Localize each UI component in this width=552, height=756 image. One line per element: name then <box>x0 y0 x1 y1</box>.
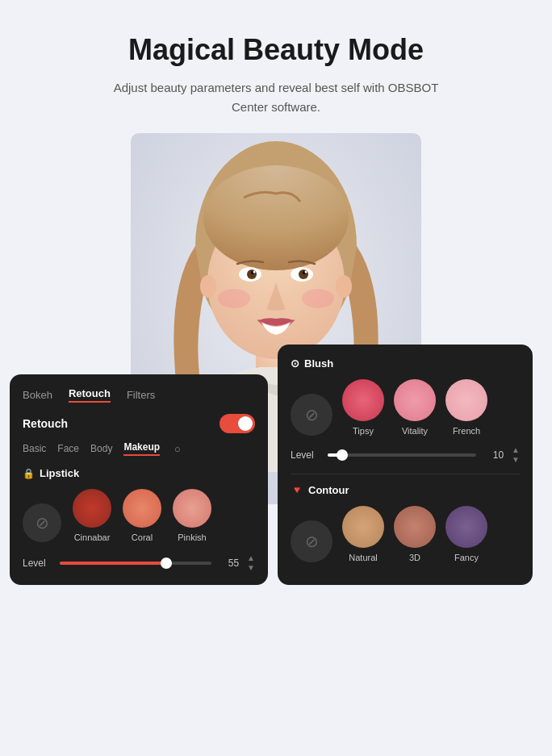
retouch-toggle[interactable] <box>220 414 255 433</box>
contour-none-circle: ⊘ <box>291 520 332 562</box>
svg-point-7 <box>247 269 257 279</box>
natural-label: Natural <box>349 553 377 562</box>
level-row: Level 55 ▲ ▼ <box>23 553 255 572</box>
tab-bokeh[interactable]: Bokeh <box>23 389 52 401</box>
blush-french[interactable]: French <box>445 379 487 436</box>
subtab-makeup[interactable]: Makeup <box>123 441 160 456</box>
right-panel: ⊙ Blush ⊘ Tipsy Vitality French Level <box>278 345 533 585</box>
svg-point-4 <box>203 165 349 270</box>
coral-circle <box>123 489 161 528</box>
blush-level-value: 10 <box>484 449 504 461</box>
level-label: Level <box>23 558 52 569</box>
subtab-basic[interactable]: Basic <box>23 443 46 454</box>
tabs-row: Bokeh Retouch Filters <box>23 387 255 403</box>
svg-point-11 <box>253 271 256 274</box>
retouch-label: Retouch <box>23 417 68 430</box>
svg-point-14 <box>302 289 334 308</box>
swatch-pinkish[interactable]: Pinkish <box>173 489 211 542</box>
cinnabar-label: Cinnabar <box>74 533 111 542</box>
pinkish-circle <box>173 489 211 528</box>
blush-none[interactable]: ⊘ <box>291 394 332 436</box>
slider-fill <box>60 562 166 565</box>
blush-tipsy[interactable]: Tipsy <box>342 379 384 436</box>
blush-level-row: Level 10 ▲ ▼ <box>291 445 520 464</box>
retouch-header: Retouch <box>23 414 255 433</box>
blush-section: ⊙ Blush <box>291 357 520 370</box>
stepper-down[interactable]: ▼ <box>247 563 255 572</box>
lipstick-swatches: ⊘ Cinnabar Coral Pinkish <box>23 489 255 542</box>
page-title: Magical Beauty Mode <box>48 32 504 67</box>
swatch-cinnabar[interactable]: Cinnabar <box>73 489 111 542</box>
blush-swatches: ⊘ Tipsy Vitality French <box>291 379 520 436</box>
subtab-body[interactable]: Body <box>90 443 112 454</box>
pinkish-label: Pinkish <box>178 533 206 542</box>
svg-point-15 <box>200 275 216 298</box>
blush-none-circle: ⊘ <box>291 394 332 436</box>
toggle-knob <box>238 416 253 431</box>
3d-label: 3D <box>409 553 420 562</box>
stepper-up[interactable]: ▲ <box>247 553 255 562</box>
makeup-icon: ○ <box>174 443 181 455</box>
vitality-circle <box>394 379 436 421</box>
blush-icon: ⊙ <box>291 357 299 370</box>
blush-level-stepper[interactable]: ▲ ▼ <box>512 445 520 464</box>
french-circle <box>445 379 487 421</box>
tipsy-circle <box>342 379 384 421</box>
contour-section: 🔻 Contour <box>291 484 520 496</box>
contour-icon: 🔻 <box>291 484 303 496</box>
page-subtitle: Adjust beauty parameters and reveal best… <box>48 78 504 117</box>
level-stepper[interactable]: ▲ ▼ <box>247 553 255 572</box>
svg-point-8 <box>299 269 308 279</box>
swatch-none-circle: ⊘ <box>23 503 61 542</box>
svg-point-16 <box>336 275 352 298</box>
contour-3d[interactable]: 3D <box>394 506 436 562</box>
contour-natural[interactable]: Natural <box>342 506 384 562</box>
coral-label: Coral <box>132 533 153 542</box>
3d-circle <box>394 506 436 548</box>
blush-stepper-down[interactable]: ▼ <box>512 455 520 464</box>
left-panel: Bokeh Retouch Filters Retouch Basic Face… <box>10 374 268 585</box>
contour-label: Contour <box>308 484 349 496</box>
sub-tabs: Basic Face Body Makeup ○ <box>23 441 255 456</box>
lipstick-section: 🔒 Lipstick <box>23 467 255 479</box>
french-label: French <box>453 426 480 436</box>
swatch-none[interactable]: ⊘ <box>23 503 61 542</box>
header-section: Magical Beauty Mode Adjust beauty parame… <box>0 0 552 133</box>
blush-slider-thumb[interactable] <box>337 449 348 461</box>
slider-thumb[interactable] <box>161 558 172 569</box>
lock-icon: 🔒 <box>23 468 35 479</box>
lipstick-label: Lipstick <box>40 467 79 479</box>
fancy-circle <box>445 506 487 548</box>
swatch-coral[interactable]: Coral <box>123 489 161 542</box>
natural-circle <box>342 506 384 548</box>
level-slider[interactable] <box>60 562 211 565</box>
tipsy-label: Tipsy <box>353 426 374 436</box>
blush-vitality[interactable]: Vitality <box>394 379 436 436</box>
divider <box>291 474 520 474</box>
fancy-label: Fancy <box>454 553 479 562</box>
level-value: 55 <box>220 558 239 569</box>
blush-slider[interactable] <box>328 453 476 457</box>
contour-swatches: ⊘ Natural 3D Fancy <box>291 506 520 562</box>
svg-point-12 <box>305 271 307 274</box>
contour-fancy[interactable]: Fancy <box>445 506 487 562</box>
svg-point-13 <box>218 289 250 308</box>
hero-area: Bokeh Retouch Filters Retouch Basic Face… <box>0 133 552 585</box>
tab-filters[interactable]: Filters <box>127 389 155 401</box>
subtab-face[interactable]: Face <box>57 443 79 454</box>
vitality-label: Vitality <box>402 426 428 436</box>
tab-retouch[interactable]: Retouch <box>69 387 111 403</box>
blush-level-label: Level <box>291 449 320 461</box>
contour-none[interactable]: ⊘ <box>291 520 332 562</box>
blush-stepper-up[interactable]: ▲ <box>512 445 520 454</box>
blush-label: Blush <box>304 357 333 370</box>
cinnabar-circle <box>73 489 111 528</box>
